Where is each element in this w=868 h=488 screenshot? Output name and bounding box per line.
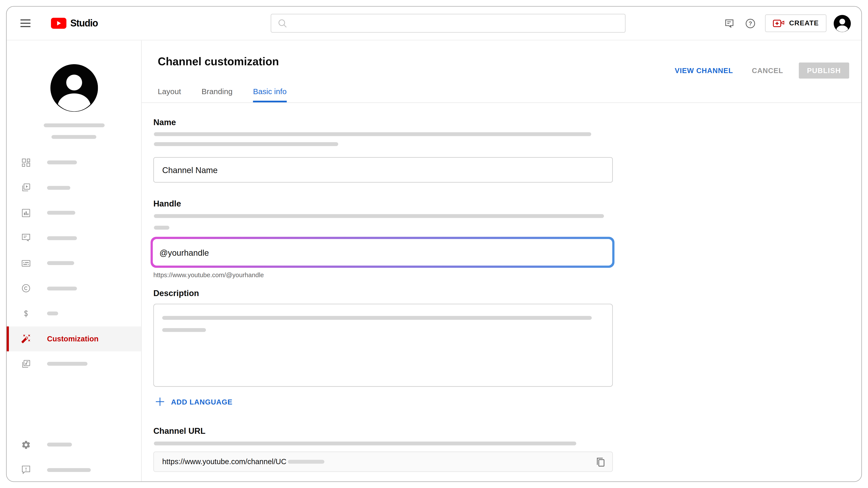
audio-library-icon — [21, 359, 31, 369]
send-feedback-icon — [21, 465, 31, 475]
channel-avatar-icon[interactable] — [50, 64, 98, 112]
sidebar-item-content[interactable] — [7, 175, 141, 200]
placeholder-bar — [47, 287, 77, 290]
description-label: Description — [153, 288, 199, 298]
tab-branding[interactable]: Branding — [202, 87, 232, 102]
hamburger-menu-icon[interactable] — [21, 19, 30, 27]
placeholder-bar — [47, 312, 58, 316]
youtube-studio-logo[interactable]: Studio — [51, 18, 99, 29]
create-video-icon — [773, 19, 784, 28]
sidebar-menu: Customization — [7, 150, 141, 377]
create-button[interactable]: CREATE — [765, 14, 826, 32]
placeholder-bar — [47, 443, 72, 447]
add-language-button[interactable]: ADD LANGUAGE — [155, 397, 232, 407]
placeholder-bar — [162, 316, 592, 320]
sidebar-item-customization[interactable]: Customization — [7, 326, 141, 351]
placeholder-bar — [162, 328, 206, 332]
placeholder-bar — [47, 362, 88, 366]
sidebar-item-label: Customization — [47, 335, 98, 343]
topbar: Studio ? — [7, 7, 862, 40]
sidebar-item-monetization[interactable] — [7, 301, 141, 326]
copy-icon — [595, 457, 606, 467]
settings-gear-icon — [21, 440, 31, 450]
customization-wand-icon — [21, 334, 31, 344]
sidebar-item-comments[interactable] — [7, 226, 141, 251]
tab-layout[interactable]: Layout — [158, 87, 181, 102]
copy-button[interactable] — [595, 457, 606, 467]
sidebar-item-audio-library[interactable] — [7, 351, 141, 377]
channel-url-label: Channel URL — [153, 426, 206, 435]
youtube-play-icon — [51, 18, 66, 29]
view-channel-button[interactable]: VIEW CHANNEL — [672, 66, 736, 75]
body-row: Customization — [7, 40, 862, 481]
comments-icon — [21, 233, 31, 243]
channel-name-input[interactable] — [153, 157, 613, 183]
placeholder-bar — [47, 236, 77, 240]
tab-basic-info[interactable]: Basic info — [253, 87, 287, 102]
sidebar-item-analytics[interactable] — [7, 200, 141, 225]
placeholder-bar — [47, 261, 74, 265]
placeholder-bar — [154, 214, 604, 218]
placeholder-bar — [154, 226, 169, 230]
sidebar-item-dashboard[interactable] — [7, 150, 141, 175]
sidebar: Customization — [7, 40, 142, 481]
placeholder-bar — [47, 211, 75, 215]
handle-label: Handle — [153, 199, 181, 208]
channel-url-value: https://www.youtube.com/channel/UC — [162, 458, 286, 466]
placeholder-bar — [154, 132, 591, 136]
dashboard-icon — [21, 158, 31, 167]
avatar-icon[interactable] — [834, 15, 851, 32]
feedback-icon[interactable] — [724, 18, 734, 28]
search-input[interactable] — [292, 19, 625, 28]
sidebar-footer-menu — [7, 432, 141, 482]
content-icon — [21, 183, 31, 193]
handle-input-focus-ring — [151, 237, 615, 268]
tab-bar: Layout Branding Basic info — [158, 87, 287, 102]
add-language-label: ADD LANGUAGE — [171, 397, 232, 406]
placeholder-bar — [47, 186, 70, 190]
placeholder-bar — [47, 468, 91, 472]
youtube-studio-app: Studio ? — [0, 0, 868, 488]
sidebar-item-copyright[interactable] — [7, 276, 141, 301]
search-box[interactable] — [271, 14, 625, 33]
publish-button[interactable]: PUBLISH — [799, 62, 849, 78]
placeholder-bar — [154, 442, 576, 446]
placeholder-bar — [288, 460, 324, 464]
subtitles-icon — [21, 258, 31, 268]
tab-divider — [142, 102, 861, 103]
plus-icon — [155, 397, 165, 407]
topbar-right: ? CREATE — [724, 7, 851, 40]
create-label: CREATE — [789, 19, 819, 27]
sidebar-item-send-feedback[interactable] — [7, 457, 141, 482]
main-content: Channel customization VIEW CHANNEL CANCE… — [142, 40, 861, 481]
placeholder-bar — [44, 123, 105, 127]
logo-text: Studio — [70, 18, 98, 29]
search-icon — [277, 18, 287, 28]
analytics-icon — [21, 208, 31, 218]
description-textarea[interactable] — [153, 304, 613, 387]
header-actions: VIEW CHANNEL CANCEL PUBLISH — [672, 62, 849, 78]
handle-input[interactable] — [153, 239, 612, 265]
sidebar-item-subtitles[interactable] — [7, 251, 141, 276]
name-label: Name — [153, 117, 176, 127]
app-window: Studio ? — [6, 6, 862, 482]
channel-url-field: https://www.youtube.com/channel/UC — [153, 452, 613, 472]
placeholder-bar — [52, 135, 96, 139]
handle-url-preview: https://www.youtube.com/@yourhandle — [153, 272, 264, 279]
svg-text:?: ? — [748, 20, 752, 26]
copyright-icon — [21, 284, 31, 293]
page-title: Channel customization — [158, 55, 279, 68]
placeholder-bar — [154, 142, 338, 146]
cancel-button[interactable]: CANCEL — [748, 66, 786, 75]
sidebar-item-settings[interactable] — [7, 432, 141, 457]
placeholder-bar — [47, 161, 77, 164]
help-icon[interactable]: ? — [745, 18, 755, 28]
monetization-icon — [21, 308, 31, 319]
